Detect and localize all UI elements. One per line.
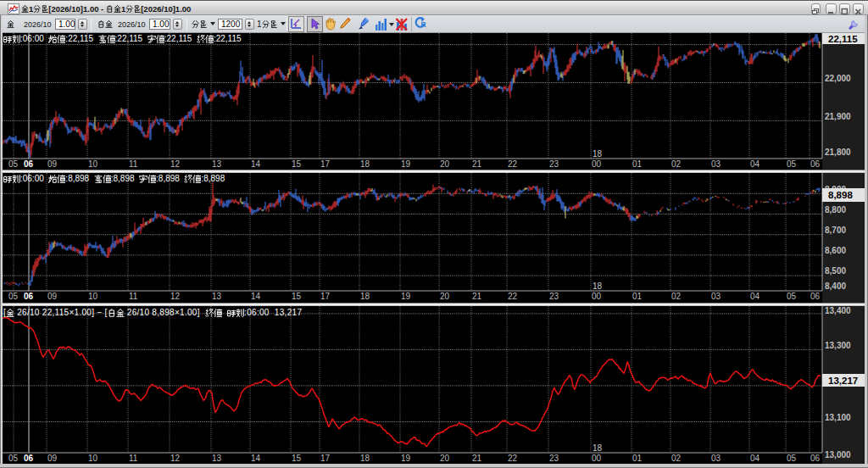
svg-text:12: 12	[170, 292, 181, 301]
svg-text:12: 12	[170, 159, 181, 169]
svg-text:23: 23	[549, 292, 559, 301]
svg-text:21: 21	[472, 159, 482, 169]
svg-text:23: 23	[549, 454, 559, 463]
svg-text:19: 19	[401, 159, 411, 169]
svg-text:05: 05	[8, 292, 19, 301]
svg-text:05: 05	[787, 292, 797, 301]
svg-text:14: 14	[251, 292, 261, 301]
svg-text:01: 01	[632, 454, 643, 463]
svg-text:13,100: 13,100	[825, 413, 851, 422]
svg-text:8,500: 8,500	[825, 266, 846, 276]
svg-text:13: 13	[212, 159, 222, 169]
svg-text:18: 18	[593, 149, 603, 159]
svg-text:19: 19	[401, 454, 411, 463]
svg-text:22,000: 22,000	[825, 74, 851, 83]
svg-text:01: 01	[632, 159, 643, 169]
svg-text:8,700: 8,700	[825, 226, 846, 235]
svg-text:13: 13	[212, 292, 222, 301]
svg-text:11: 11	[129, 454, 138, 463]
svg-text:14: 14	[251, 454, 261, 463]
svg-text:22,115: 22,115	[828, 34, 858, 44]
svg-text:8,898: 8,898	[828, 190, 853, 200]
svg-text:04: 04	[750, 454, 760, 463]
svg-text:12: 12	[170, 454, 181, 463]
svg-text:06: 06	[24, 454, 34, 463]
svg-text:03: 03	[711, 292, 721, 301]
svg-text:15: 15	[292, 159, 302, 169]
svg-text:17: 17	[320, 292, 331, 301]
svg-text:13,000: 13,000	[825, 450, 851, 460]
svg-text:13,400: 13,400	[825, 306, 851, 315]
svg-text:8,600: 8,600	[825, 246, 846, 255]
svg-text:23: 23	[549, 159, 559, 169]
svg-text:09: 09	[47, 292, 58, 301]
svg-text:06: 06	[810, 454, 821, 463]
svg-text:21,900: 21,900	[825, 112, 851, 121]
svg-text:06: 06	[24, 292, 34, 301]
svg-text:04: 04	[750, 292, 760, 301]
svg-text:20: 20	[440, 454, 450, 463]
svg-text:02: 02	[671, 159, 682, 169]
svg-text:02: 02	[671, 292, 682, 301]
svg-text:00: 00	[592, 292, 602, 301]
svg-text:03: 03	[711, 159, 721, 169]
svg-text:06: 06	[24, 159, 34, 169]
svg-text:09: 09	[47, 454, 58, 463]
svg-text:8,400: 8,400	[825, 281, 846, 291]
svg-text:06: 06	[810, 159, 821, 169]
svg-text:18: 18	[360, 292, 370, 301]
svg-text:01: 01	[632, 292, 643, 301]
svg-text:05: 05	[787, 454, 797, 463]
svg-text:05: 05	[8, 159, 19, 169]
svg-text:17: 17	[320, 159, 331, 169]
svg-text:11: 11	[129, 292, 138, 301]
svg-text:18: 18	[360, 454, 370, 463]
svg-text:09: 09	[47, 159, 58, 169]
svg-text:22: 22	[508, 292, 518, 301]
svg-text:13: 13	[212, 454, 222, 463]
svg-text:13,217: 13,217	[828, 376, 858, 386]
svg-text:10: 10	[88, 454, 98, 463]
svg-text:00: 00	[592, 159, 602, 169]
svg-text:02: 02	[671, 454, 682, 463]
svg-text:22: 22	[508, 454, 518, 463]
svg-text:19: 19	[401, 292, 411, 301]
svg-text:10: 10	[88, 159, 98, 169]
svg-text:11: 11	[129, 159, 138, 169]
svg-text:15: 15	[292, 292, 302, 301]
svg-text:21,800: 21,800	[825, 148, 851, 157]
svg-text:17: 17	[320, 454, 331, 463]
svg-text:10: 10	[88, 292, 98, 301]
svg-text:05: 05	[787, 159, 797, 169]
svg-text:13,300: 13,300	[825, 341, 851, 350]
svg-text:03: 03	[711, 454, 721, 463]
svg-text:20: 20	[440, 159, 450, 169]
svg-text:14: 14	[251, 159, 261, 169]
svg-text:22: 22	[508, 159, 518, 169]
svg-text:18: 18	[593, 281, 603, 291]
svg-text:18: 18	[593, 443, 603, 453]
svg-text:18: 18	[360, 159, 370, 169]
svg-text:06: 06	[810, 292, 821, 301]
svg-text:20: 20	[440, 292, 450, 301]
svg-text:00: 00	[592, 454, 602, 463]
svg-text:04: 04	[750, 159, 760, 169]
svg-text:21: 21	[472, 454, 482, 463]
svg-text:8,800: 8,800	[825, 205, 846, 214]
svg-text:21: 21	[472, 292, 482, 301]
svg-text:15: 15	[292, 454, 302, 463]
svg-text:05: 05	[8, 454, 19, 463]
